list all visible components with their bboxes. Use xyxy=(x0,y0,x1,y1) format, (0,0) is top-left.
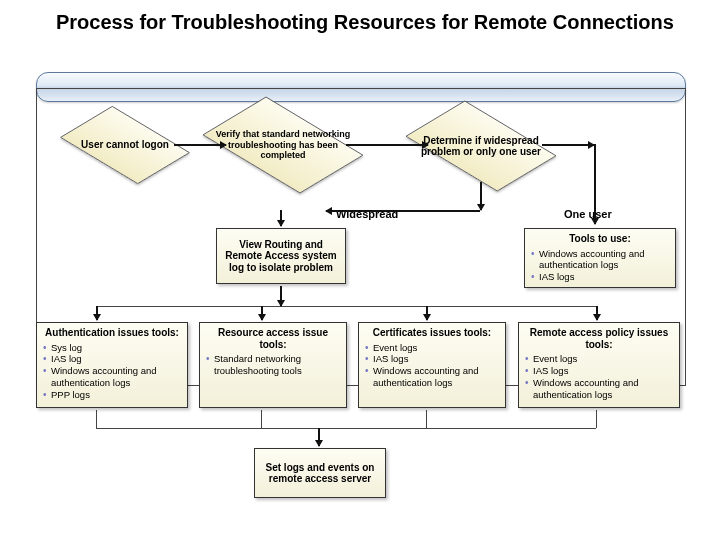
list-item: IAS log xyxy=(43,353,181,365)
list-item: Event logs xyxy=(525,353,673,365)
box-list: Sys log IAS log Windows accounting and a… xyxy=(43,342,181,401)
arrow-verify-to-determine xyxy=(346,144,428,146)
list-item: Windows accounting and authentication lo… xyxy=(531,248,669,272)
box-certificates-tools: Certificates issues tools: Event logs IA… xyxy=(358,322,506,408)
box-set-logs: Set logs and events on remote access ser… xyxy=(254,448,386,498)
connector-up-1 xyxy=(96,410,97,428)
connector-down-3 xyxy=(426,306,428,320)
arrow-to-set-logs xyxy=(318,428,320,446)
rule-frame-top xyxy=(36,88,686,89)
connector-down-2 xyxy=(261,306,263,320)
box-head: Authentication issues tools: xyxy=(43,327,181,339)
diamond-verify-networking: Verify that standard networking troubles… xyxy=(214,100,352,190)
connector-down-4 xyxy=(596,306,598,320)
box-tools-to-use: Tools to use: Windows accounting and aut… xyxy=(524,228,676,288)
box-list: Event logs IAS logs Windows accounting a… xyxy=(365,342,499,390)
box-head: Resource access issue tools: xyxy=(206,327,340,350)
list-item: Windows accounting and authentication lo… xyxy=(525,377,673,401)
arrow-one-user-down xyxy=(594,144,596,224)
rule-frame-right xyxy=(685,88,686,386)
arrow-determine-down xyxy=(480,182,482,210)
path-label-one-user: One user xyxy=(564,208,612,220)
box-authentication-tools: Authentication issues tools: Sys log IAS… xyxy=(36,322,188,408)
box-list: Standard networking troubleshooting tool… xyxy=(206,353,340,377)
box-head: View Routing and Remote Access system lo… xyxy=(223,239,339,274)
diamond-user-cannot-logon: User cannot logon xyxy=(70,108,180,182)
connector-up-3 xyxy=(426,410,427,428)
list-item: IAS logs xyxy=(365,353,499,365)
list-item: IAS logs xyxy=(531,271,669,283)
box-head: Certificates issues tools: xyxy=(365,327,499,339)
page-title: Process for Troubleshooting Resources fo… xyxy=(56,10,680,34)
arrow-start-to-verify xyxy=(174,144,226,146)
box-resource-access-tools: Resource access issue tools: Standard ne… xyxy=(199,322,347,408)
box-list: Windows accounting and authentication lo… xyxy=(531,248,669,284)
diamond-label: Determine if widespread problem or only … xyxy=(390,110,572,182)
box-view-rra: View Routing and Remote Access system lo… xyxy=(216,228,346,284)
list-item: Windows accounting and authentication lo… xyxy=(365,365,499,389)
arrow-widespread-left xyxy=(326,210,480,212)
connector-up-2 xyxy=(261,410,262,428)
box-remote-access-policy-tools: Remote access policy issues tools: Event… xyxy=(518,322,680,408)
box-head: Tools to use: xyxy=(531,233,669,245)
connector-up-4 xyxy=(596,410,597,428)
list-item: Standard networking troubleshooting tool… xyxy=(206,353,340,377)
connector-down-1 xyxy=(96,306,98,320)
list-item: Windows accounting and authentication lo… xyxy=(43,365,181,389)
box-head: Set logs and events on remote access ser… xyxy=(261,462,379,485)
flowchart-canvas: User cannot logon Verify that standard n… xyxy=(36,88,686,528)
arrow-determine-right xyxy=(542,144,594,146)
list-item: IAS logs xyxy=(525,365,673,377)
list-item: Event logs xyxy=(365,342,499,354)
box-list: Event logs IAS logs Windows accounting a… xyxy=(525,353,673,401)
connector-bracket-top xyxy=(96,306,596,307)
diamond-determine-scope: Determine if widespread problem or only … xyxy=(416,104,546,188)
list-item: PPP logs xyxy=(43,389,181,401)
box-head: Remote access policy issues tools: xyxy=(525,327,673,350)
connector-bracket-bottom xyxy=(96,428,596,429)
connector-from-rra xyxy=(280,286,282,306)
list-item: Sys log xyxy=(43,342,181,354)
arrow-widespread-to-rra xyxy=(280,210,282,226)
